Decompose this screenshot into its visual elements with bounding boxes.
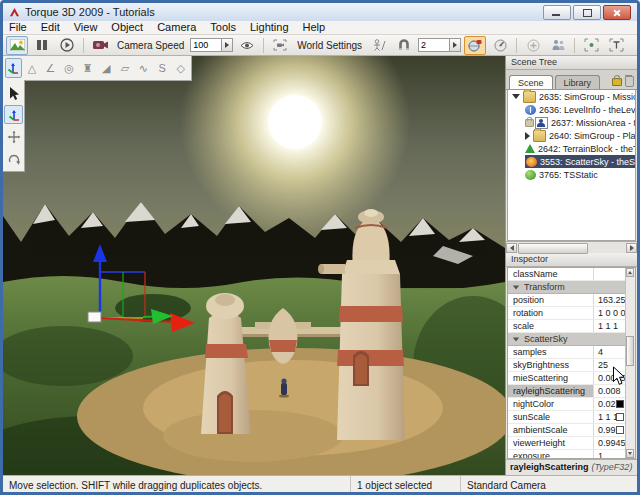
menu-lighting[interactable]: Lighting <box>250 21 289 34</box>
expander-icon[interactable] <box>525 132 530 140</box>
tsstatic-icon <box>525 170 536 180</box>
menu-bar: File Edit View Object Camera Tools Light… <box>3 21 637 35</box>
translate-tool-button[interactable] <box>4 127 23 146</box>
section-transform[interactable]: Transform <box>508 281 626 294</box>
maximize-button[interactable] <box>573 5 601 20</box>
camera-menu-button[interactable] <box>89 36 111 55</box>
drop-camera-button[interactable] <box>269 36 291 55</box>
menu-help[interactable]: Help <box>303 21 326 34</box>
eye-icon <box>240 41 254 50</box>
play-button[interactable] <box>56 36 78 55</box>
scrollbar-thumb[interactable] <box>518 243 588 254</box>
dial-icon <box>494 39 507 52</box>
tool2-stamp-button[interactable]: ♜ <box>79 58 96 78</box>
terrain-icon <box>525 144 535 153</box>
players-button[interactable] <box>547 36 569 55</box>
property-row[interactable]: mieScattering0.0045 <box>508 372 626 385</box>
move-tool-button[interactable] <box>4 105 23 124</box>
plus-icon <box>527 39 540 52</box>
tool2-setsquare-button[interactable]: △ <box>24 58 41 78</box>
tool2-smooth-button[interactable]: S <box>154 58 171 78</box>
property-row[interactable]: skyBrightness25 <box>508 359 626 372</box>
property-row[interactable]: nightColor0.023 <box>508 398 626 411</box>
menu-object[interactable]: Object <box>111 21 143 34</box>
property-row[interactable]: position163.251 532. <box>508 294 626 307</box>
menu-camera[interactable]: Camera <box>157 21 196 34</box>
tree-item[interactable]: 2637: MissionArea - theMis <box>508 116 635 129</box>
scene-tree-tabs: Scene Library <box>506 70 637 90</box>
boxed-text-icon <box>609 38 624 52</box>
scrollbar-thumb[interactable] <box>626 336 634 366</box>
tool2-angle-button[interactable]: ∠ <box>42 58 59 78</box>
window-title: Torque 3D 2009 - Tutorials <box>25 6 543 18</box>
tree-item[interactable]: 2635: SimGroup - MissionGroup <box>508 90 635 103</box>
focus-selection-button[interactable] <box>580 36 602 55</box>
rotate-tool-button[interactable] <box>4 149 23 168</box>
tree-item[interactable]: 2640: SimGroup - PlayerDropP <box>508 129 635 142</box>
property-row-selected[interactable]: rayleighScattering0.008 <box>508 385 626 398</box>
tree-item[interactable]: 2636: LevelInfo - theLevelInfo <box>508 103 635 116</box>
property-row[interactable]: rotation1 0 0 0 <box>508 307 626 320</box>
camera-speed-input[interactable] <box>190 38 221 52</box>
property-row[interactable]: className <box>508 268 626 281</box>
property-row[interactable]: viewerHeight0.994597 <box>508 437 626 450</box>
property-row[interactable]: sunScale1 1 1 <box>508 411 626 424</box>
world-editor-button[interactable] <box>6 36 28 55</box>
close-button[interactable] <box>603 5 631 20</box>
menu-edit[interactable]: Edit <box>41 21 60 34</box>
property-row[interactable]: ambientScale0.992 <box>508 424 626 437</box>
title-bar: Torque 3D 2009 - Tutorials <box>3 3 637 21</box>
trash-icon[interactable] <box>625 76 634 87</box>
tool2-curve-button[interactable]: ∿ <box>135 58 152 78</box>
color-swatch[interactable] <box>616 400 624 408</box>
object-snap-button[interactable] <box>368 36 390 55</box>
menu-view[interactable]: View <box>74 21 98 34</box>
viewport-3d[interactable]: △ ∠ ◎ ♜ ◢ ▱ ∿ S ◇ <box>3 56 505 475</box>
levelinfo-icon <box>525 105 536 115</box>
property-row[interactable]: scale1 1 1 <box>508 320 626 333</box>
tree-item[interactable]: 2642: TerrainBlock - theTerrain <box>508 142 635 155</box>
scroll-right-button[interactable] <box>626 243 637 253</box>
world-settings-label[interactable]: World Settings <box>297 40 362 51</box>
scroll-left-button[interactable] <box>506 243 517 253</box>
visibility-button[interactable] <box>236 36 258 55</box>
section-scattersky[interactable]: ScatterSky <box>508 333 626 346</box>
property-row[interactable]: samples4 <box>508 346 626 359</box>
tool-palette <box>3 80 25 172</box>
expander-icon[interactable] <box>512 94 520 99</box>
menu-file[interactable]: File <box>9 21 27 34</box>
camera-speed-dropdown[interactable] <box>221 38 233 52</box>
scroll-down-button[interactable] <box>626 449 634 458</box>
tree-horizontal-scrollbar[interactable] <box>506 241 637 253</box>
lock-icon[interactable] <box>612 78 622 86</box>
color-swatch[interactable] <box>616 413 624 421</box>
tool2-wedge-button[interactable]: ◢ <box>98 58 115 78</box>
world-toggle-button[interactable] <box>464 36 486 55</box>
text-tool-button[interactable] <box>605 36 627 55</box>
tool2-sphere-button[interactable]: ◎ <box>61 58 78 78</box>
gui-editor-button[interactable] <box>31 36 53 55</box>
object-editor-button[interactable] <box>5 58 22 78</box>
snap-size-dropdown[interactable] <box>449 38 461 52</box>
color-swatch[interactable] <box>616 426 624 434</box>
snap-size-input[interactable] <box>418 38 449 52</box>
move-arrows-icon <box>7 130 21 144</box>
tree-item[interactable]: 3765: TSStatic <box>508 168 635 181</box>
add-object-button[interactable] <box>522 36 544 55</box>
tab-scene[interactable]: Scene <box>509 75 553 89</box>
scroll-up-button[interactable] <box>626 268 634 277</box>
tab-library[interactable]: Library <box>555 75 601 89</box>
property-row[interactable]: exposure1 <box>508 450 626 459</box>
ruler-person-icon <box>372 39 386 51</box>
menu-tools[interactable]: Tools <box>210 21 236 34</box>
inspector-scrollbar[interactable] <box>625 268 635 458</box>
tool2-diamond-button[interactable]: ◇ <box>172 58 189 78</box>
cursor-arrow-icon <box>8 86 20 100</box>
pointer-mode-button[interactable] <box>489 36 511 55</box>
minimize-button[interactable] <box>543 5 571 20</box>
select-tool-button[interactable] <box>4 83 23 102</box>
tree-item-selected[interactable]: 3553: ScatterSky - theSky <box>508 155 635 168</box>
grid-snap-button[interactable] <box>393 36 415 55</box>
status-camera: Standard Camera <box>461 476 637 494</box>
tool2-plane-button[interactable]: ▱ <box>117 58 134 78</box>
